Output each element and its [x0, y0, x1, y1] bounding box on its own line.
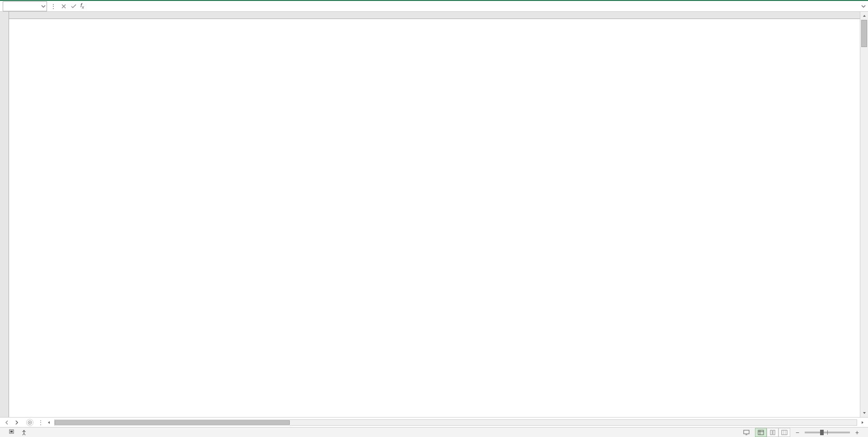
svg-rect-7: [773, 430, 775, 435]
row-headers: [0, 12, 9, 417]
formula-input[interactable]: [86, 1, 859, 11]
sheet-tab-bar: ⋮: [0, 417, 868, 427]
svg-point-3: [24, 430, 25, 431]
accessibility-status[interactable]: [21, 429, 29, 436]
add-sheet-button[interactable]: [26, 419, 33, 426]
expand-formula-bar-icon[interactable]: [859, 4, 868, 9]
formula-bar: ⋮ fx: [0, 1, 868, 12]
enter-formula-button[interactable]: [69, 1, 79, 11]
next-sheet-button[interactable]: [13, 418, 21, 427]
svg-rect-2: [10, 431, 13, 432]
zoom-slider[interactable]: [805, 432, 850, 433]
svg-rect-4: [744, 430, 749, 434]
name-box[interactable]: [3, 1, 47, 11]
svg-rect-6: [770, 430, 772, 435]
chevron-down-icon[interactable]: [41, 4, 46, 10]
fb-separator: ⋮: [48, 3, 59, 10]
zoom-in-button[interactable]: +: [854, 429, 861, 436]
hscroll-left-icon[interactable]: [45, 419, 52, 426]
svg-rect-5: [758, 430, 764, 435]
display-icon: [743, 429, 750, 436]
tab-overflow-icon[interactable]: ⋮: [38, 419, 43, 426]
column-headers: [9, 12, 860, 19]
view-page-layout-button[interactable]: [767, 428, 778, 437]
scroll-up-icon[interactable]: [860, 12, 868, 20]
status-bar: − +: [0, 427, 868, 437]
svg-rect-8: [782, 430, 787, 435]
sheet-area[interactable]: [9, 12, 860, 417]
display-settings-button[interactable]: [743, 429, 751, 436]
horizontal-scrollbar[interactable]: [54, 419, 857, 426]
hscroll-right-icon[interactable]: [859, 419, 866, 426]
scroll-down-icon[interactable]: [860, 409, 868, 417]
hscroll-thumb[interactable]: [55, 420, 290, 425]
view-page-break-button[interactable]: [778, 428, 790, 437]
cancel-formula-button[interactable]: [59, 1, 69, 11]
cells-area[interactable]: [9, 19, 860, 417]
scroll-thumb[interactable]: [861, 20, 867, 47]
accessibility-icon: [21, 429, 27, 436]
zoom-out-button[interactable]: −: [794, 429, 801, 436]
prev-sheet-button[interactable]: [3, 418, 11, 427]
vertical-scrollbar[interactable]: [860, 12, 868, 417]
fx-label[interactable]: fx: [79, 2, 86, 10]
view-normal-button[interactable]: [755, 428, 767, 437]
macro-record-icon[interactable]: [9, 428, 15, 436]
